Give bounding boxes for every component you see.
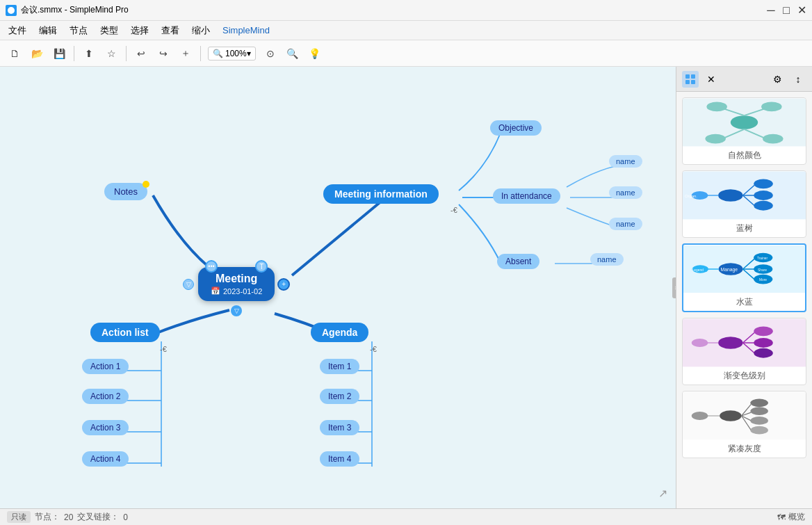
action1-label[interactable]: Action 1 [82, 359, 129, 374]
menu-node[interactable]: 节点 [64, 22, 93, 39]
window-controls[interactable]: ─ □ ✕ [766, 6, 806, 15]
redo-button[interactable]: ↪ [153, 43, 174, 64]
crosslinks-count: 0 [123, 512, 128, 522]
item1-label[interactable]: Item 1 [320, 359, 359, 374]
panel-scroll[interactable]: 自然颜色 Organ. 蓝树 [676, 92, 812, 508]
action-list-connector-label: -€ [160, 345, 167, 353]
action2-label[interactable]: Action 2 [82, 389, 129, 404]
item4-label[interactable]: Item 4 [320, 451, 359, 467]
item3-label[interactable]: Item 3 [320, 420, 359, 435]
svg-text:Manage: Manage [720, 267, 738, 273]
star-button[interactable]: ☆ [101, 43, 122, 64]
action3-label[interactable]: Action 3 [82, 420, 129, 435]
search-button[interactable]: 🔍 [282, 43, 303, 64]
menu-view[interactable]: 查看 [156, 22, 185, 39]
meeting-info-label[interactable]: Meeting information [323, 184, 439, 204]
action4-node[interactable]: Action 4 [82, 451, 129, 467]
style-card-aqua[interactable]: Manage Trainer Share More Legend 水蓝 [682, 243, 806, 312]
action-list-label[interactable]: Action list [90, 323, 160, 342]
svg-text:More: More [759, 279, 767, 282]
panel-gear-btn[interactable]: ⚙ [769, 71, 786, 88]
panel-header: ✕ ⚙ ↕ [676, 67, 812, 92]
node-add-ctrl[interactable]: + [277, 278, 290, 291]
style-card-compact[interactable]: 紧凑灰度 [682, 391, 806, 458]
absent-label[interactable]: Absent [497, 254, 539, 269]
name1-label[interactable]: name [609, 155, 642, 168]
add-button[interactable]: ＋ [175, 43, 196, 64]
action-list-node[interactable]: Action list [90, 323, 160, 342]
save-button[interactable]: 💾 [49, 43, 70, 64]
collapse-arrow[interactable]: ▽ [231, 305, 242, 316]
item1-node[interactable]: Item 1 [320, 359, 359, 374]
item3-node[interactable]: Item 3 [320, 420, 359, 435]
item4-node[interactable]: Item 4 [320, 451, 359, 467]
svg-point-20 [761, 102, 782, 112]
canvas[interactable]: Meeting 📅 2023-01-02 ••• T + ▽ ▽ Notes M… [0, 67, 676, 508]
expand-arrow[interactable]: ▽ [183, 279, 194, 290]
absent-node[interactable]: Absent [497, 254, 539, 269]
item2-label[interactable]: Item 2 [320, 389, 359, 404]
action1-node[interactable]: Action 1 [82, 359, 129, 374]
notes-label[interactable]: Notes [104, 183, 147, 200]
svg-text:Trainer: Trainer [757, 257, 768, 260]
undo-button[interactable]: ↩ [131, 43, 152, 64]
objective-node[interactable]: Objective [490, 120, 542, 136]
in-attendance-node[interactable]: In attendance [493, 188, 560, 204]
style-card-gradient[interactable]: 渐变色级别 [682, 318, 806, 385]
style-card-natural[interactable]: 自然颜色 [682, 97, 806, 165]
panel-collapse-arrow[interactable]: › [672, 277, 676, 298]
menu-zoom[interactable]: 缩小 [186, 22, 216, 39]
menu-type[interactable]: 类型 [95, 22, 124, 39]
svg-point-66 [750, 407, 768, 415]
objective-label[interactable]: Objective [490, 120, 542, 136]
menu-file[interactable]: 文件 [3, 22, 32, 39]
agenda-node[interactable]: Agenda [311, 323, 368, 342]
bulb-button[interactable]: 💡 [304, 43, 325, 64]
menu-edit[interactable]: 编辑 [33, 22, 63, 39]
maximize-button[interactable]: □ [781, 6, 791, 15]
absent-name-node[interactable]: name [590, 253, 624, 266]
panel-styles-btn[interactable] [682, 71, 699, 88]
node-menu-ctrl[interactable]: ••• [205, 260, 218, 273]
svg-point-60 [692, 339, 708, 347]
style-label-natural: 自然颜色 [683, 147, 806, 164]
action2-node[interactable]: Action 2 [82, 389, 129, 404]
action4-label[interactable]: Action 4 [82, 451, 129, 467]
style-thumb-gradient [683, 318, 806, 367]
action3-node[interactable]: Action 3 [82, 420, 129, 435]
svg-point-62 [720, 410, 741, 421]
svg-rect-11 [685, 74, 690, 79]
name3-label[interactable]: name [609, 218, 642, 230]
crosslinks-label: 交叉链接： [77, 511, 119, 523]
agenda-label[interactable]: Agenda [311, 323, 368, 342]
meeting-info-node[interactable]: Meeting information [323, 184, 439, 204]
svg-rect-13 [685, 80, 690, 84]
status-left: 只读 节点： 20 交叉链接： 0 [7, 511, 128, 523]
menu-select[interactable]: 选择 [125, 22, 154, 39]
name1-node[interactable]: name [609, 155, 642, 168]
name2-node[interactable]: name [609, 186, 642, 199]
central-node[interactable]: Meeting 📅 2023-01-02 ••• T + ▽ ▽ [198, 267, 275, 301]
style-label-aqua: 水蓝 [683, 293, 805, 311]
name3-node[interactable]: name [609, 218, 642, 230]
in-attendance-label[interactable]: In attendance [493, 188, 560, 204]
panel-sort-btn[interactable]: ↕ [790, 71, 806, 88]
svg-point-56 [754, 338, 773, 348]
target-button[interactable]: ⊙ [260, 43, 281, 64]
overview-btn[interactable]: 🗺 概览 [777, 511, 805, 523]
panel-close-btn[interactable]: ✕ [703, 71, 720, 88]
open-button[interactable]: 📂 [26, 43, 47, 64]
notes-node[interactable]: Notes [104, 183, 147, 200]
menu-simplemind[interactable]: SimpleMind [217, 23, 275, 38]
share-button[interactable]: ⬆ [79, 43, 99, 64]
resize-handle[interactable]: ↗ [658, 487, 667, 500]
minimize-button[interactable]: ─ [766, 6, 776, 15]
close-button[interactable]: ✕ [797, 6, 806, 15]
name2-label[interactable]: name [609, 186, 642, 199]
new-button[interactable]: 🗋 [4, 43, 25, 64]
zoom-control[interactable]: 🔍 100% ▾ [208, 47, 256, 60]
svg-text:Organ.: Organ. [685, 194, 697, 198]
style-card-bluetree[interactable]: Organ. 蓝树 [682, 170, 806, 238]
absent-name-label[interactable]: name [590, 253, 624, 266]
item2-node[interactable]: Item 2 [320, 389, 359, 404]
